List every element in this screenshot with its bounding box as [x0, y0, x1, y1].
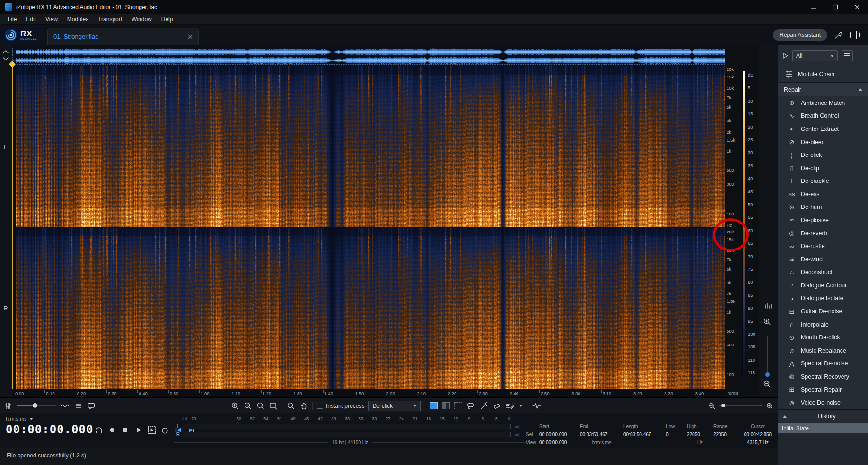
module-de-rustle[interactable]: ∾De-rustle [778, 240, 868, 253]
module-de-click[interactable]: ¦De-click [778, 148, 868, 162]
horizontal-zoom-in-icon[interactable] [766, 403, 773, 409]
time-ruler[interactable]: 0:000:100:200:300:400:501:001:101:201:30… [12, 389, 725, 397]
repair-section-header[interactable]: Repair [778, 83, 868, 96]
history-item-initial-state[interactable]: Initial State [778, 423, 868, 433]
module-de-bleed[interactable]: ⊘De-bleed [778, 136, 868, 149]
time-tick[interactable]: 1:00 [201, 391, 210, 396]
time-frequency-selection-tool[interactable] [442, 402, 450, 409]
time-tick[interactable]: 0:00 [15, 391, 24, 396]
module-mouth-de-click[interactable]: ⊙Mouth De-click [778, 331, 868, 344]
mini-meter-icon[interactable] [764, 302, 772, 309]
waveform-spectrogram-balance-up-icon[interactable] [2, 49, 9, 54]
time-tick[interactable]: 0:10 [46, 391, 55, 396]
loop-playback-button[interactable] [161, 426, 169, 434]
hand-tool-icon[interactable] [299, 402, 308, 410]
tab-stronger-flac[interactable]: 01. Stronger.flac [47, 28, 199, 45]
horizontal-zoom-out-icon[interactable] [709, 403, 715, 409]
monitor-headphones-button[interactable] [95, 426, 103, 434]
vertical-zoom-slider[interactable] [767, 336, 768, 377]
waveform-spectrogram-balance-down-icon[interactable] [2, 57, 9, 61]
tab-close-icon[interactable] [188, 34, 193, 39]
close-button[interactable] [846, 0, 868, 14]
vertical-zoom-in-icon[interactable] [763, 318, 772, 326]
time-tick[interactable]: 2:10 [417, 391, 426, 396]
signal-chain-icon[interactable] [532, 402, 542, 410]
module-de-clip[interactable]: ▯De-clip [778, 162, 868, 175]
module-dialogue-contour[interactable]: ◔Dialogue Contour [778, 279, 868, 292]
spectrogram-settings-icon[interactable] [61, 402, 70, 410]
time-tick[interactable]: 1:40 [324, 391, 333, 396]
instant-process-module-select[interactable]: De-click [368, 401, 421, 411]
module-deconstruct[interactable]: ∴Deconstruct [778, 266, 868, 279]
time-tick[interactable]: 2:20 [448, 391, 457, 396]
list-icon[interactable] [74, 402, 83, 410]
menu-edit[interactable]: Edit [21, 14, 41, 25]
time-tick[interactable]: 2:30 [479, 391, 488, 396]
draw-tool-icon[interactable] [505, 402, 515, 410]
time-tick[interactable]: 3:20 [633, 391, 642, 396]
comment-icon[interactable] [87, 402, 96, 410]
module-guitar-de-noise[interactable]: ⊟Guitar De-noise [778, 305, 868, 318]
module-voice-de-noise[interactable]: ⊚Voice De-noise [778, 396, 868, 409]
mixer-icon[interactable] [4, 402, 12, 410]
spectrogram[interactable] [12, 66, 725, 389]
module-spectral-repair[interactable]: ⊞Spectral Repair [778, 383, 868, 396]
record-button[interactable] [108, 426, 116, 434]
horizontal-zoom-slider[interactable] [719, 405, 762, 406]
module-de-hum[interactable]: ⊗De-hum [778, 201, 868, 214]
minimize-button[interactable] [803, 0, 824, 14]
wave-spectrogram-blend-slider[interactable] [17, 405, 56, 406]
time-tick[interactable]: 0:40 [139, 391, 148, 396]
menu-transport[interactable]: Transport [93, 14, 127, 25]
time-selection-tool[interactable] [430, 402, 438, 409]
time-tick[interactable]: 1:50 [355, 391, 364, 396]
module-music-rebalance[interactable]: ♫Music Rebalance [778, 344, 868, 357]
menu-view[interactable]: View [41, 14, 62, 25]
menu-file[interactable]: File [3, 14, 21, 25]
eraser-tool-icon[interactable] [492, 402, 501, 410]
module-de-plosive[interactable]: ≈De-plosive [778, 214, 868, 227]
module-de-ess[interactable]: ssDe-ess [778, 188, 868, 201]
time-tick[interactable]: 3:00 [571, 391, 580, 396]
time-tick[interactable]: 3:30 [664, 391, 673, 396]
module-de-reverb[interactable]: ◎De-reverb [778, 227, 868, 240]
lasso-tool-icon[interactable] [466, 402, 475, 410]
waveform-overview[interactable] [12, 48, 725, 65]
time-tick[interactable]: 1:20 [263, 391, 272, 396]
magnifier-tool-icon[interactable] [287, 402, 295, 410]
maximize-button[interactable] [824, 0, 846, 14]
module-chain-button[interactable]: Module Chain [778, 66, 868, 82]
time-tick[interactable]: 2:50 [541, 391, 550, 396]
module-filter-select[interactable]: All [792, 50, 838, 61]
time-tick[interactable]: 2:00 [386, 391, 395, 396]
zoom-to-selection-icon[interactable] [256, 402, 265, 410]
panel-menu-button[interactable] [842, 50, 853, 61]
stop-button[interactable] [121, 426, 130, 434]
playhead-line[interactable] [12, 66, 13, 389]
module-de-wind[interactable]: ≋De-wind [778, 253, 868, 266]
menu-modules[interactable]: Modules [62, 14, 93, 25]
history-header[interactable]: History [778, 410, 868, 422]
module-ambience-match[interactable]: ⊕Ambience Match [778, 96, 868, 110]
time-tick[interactable]: 3:10 [603, 391, 612, 396]
zoom-out-horizontal-icon[interactable] [244, 402, 252, 410]
time-tick[interactable]: 2:40 [510, 391, 519, 396]
module-center-extract[interactable]: ◐Center Extract [778, 122, 868, 136]
zoom-fit-icon[interactable] [269, 402, 278, 410]
time-tick[interactable]: 3:40 [695, 391, 704, 396]
menu-help[interactable]: Help [157, 14, 178, 25]
play-button[interactable] [134, 426, 143, 434]
vertical-zoom-slider-knob[interactable] [765, 372, 770, 377]
module-de-crackle[interactable]: ⊥De-crackle [778, 174, 868, 188]
preview-play-icon[interactable] [782, 52, 789, 59]
module-interpolate[interactable]: ∩Interpolate [778, 318, 868, 331]
free-selection-tool[interactable] [454, 402, 462, 409]
module-spectral-de-noise[interactable]: ⋀Spectral De-noise [778, 357, 868, 370]
time-tick[interactable]: 0:20 [77, 391, 86, 396]
module-dialogue-isolate[interactable]: ◑Dialogue Isolate [778, 292, 868, 305]
repair-assistant-button[interactable]: Repair Assistant [773, 29, 827, 41]
vertical-zoom-out-icon[interactable] [763, 380, 772, 388]
instant-process-checkbox[interactable] [317, 403, 323, 409]
time-tick[interactable]: 1:30 [293, 391, 302, 396]
time-tick[interactable]: 0:30 [108, 391, 117, 396]
